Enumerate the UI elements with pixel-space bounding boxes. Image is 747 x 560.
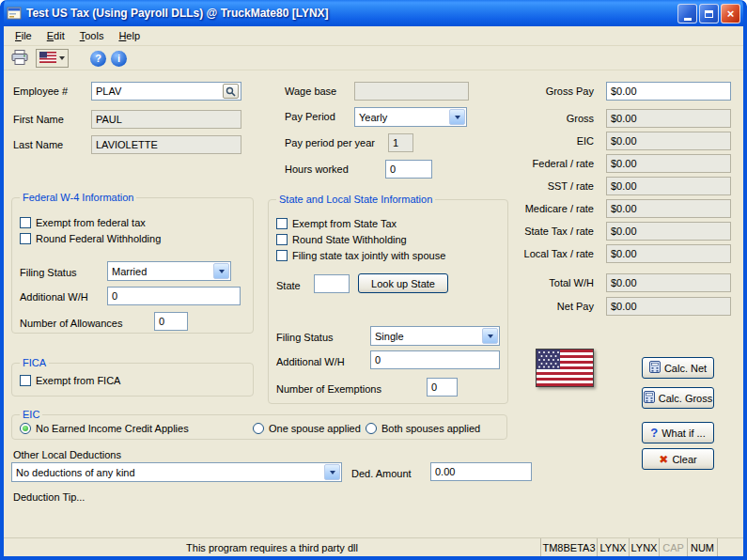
deductions-select[interactable]: No deductions of any kind (11, 462, 342, 482)
app-icon (7, 6, 22, 21)
employee-label: Employee # (13, 85, 68, 98)
eic-none-label: No Earned Income Credit Applies (36, 423, 189, 434)
caption-buttons: × (677, 4, 740, 23)
deductions-title: Other Local Deductions (13, 448, 121, 461)
state-tax-rate-label: State Tax / rate (489, 225, 594, 238)
clear-button[interactable]: ✖ Clear (642, 448, 714, 470)
toolbar: ? i (4, 47, 743, 70)
radio-icon (366, 423, 377, 434)
sst-rate-value: $0.00 (611, 180, 726, 192)
calc-net-label: Calc. Net (664, 363, 707, 374)
federal-additional-wh-label: Additional W/H (20, 290, 88, 303)
close-button[interactable]: × (721, 4, 740, 23)
eic-both-spouses-radio[interactable]: Both spouses applied (366, 422, 480, 435)
total-wh-label: Total W/H (489, 276, 594, 289)
what-if-button[interactable]: ? What if ... (642, 422, 714, 443)
local-tax-rate-field: $0.00 (606, 244, 731, 263)
window-title: Test US Tax (Using Payroll DLLs) @ Truck… (26, 7, 329, 20)
round-state-withholding-label: Round State Withholding (292, 234, 407, 245)
pay-period-per-year-field: 1 (388, 133, 413, 152)
round-federal-withholding-checkbox[interactable]: Round Federal Withholding (20, 232, 161, 245)
employee-input[interactable]: PLAV (91, 82, 241, 101)
flag-dropdown[interactable] (36, 49, 69, 68)
federal-rate-label: Federal / rate (489, 157, 594, 170)
chevron-down-icon[interactable] (482, 328, 498, 344)
chevron-down-icon[interactable] (449, 109, 465, 125)
status-build: TM8BETA3 (540, 538, 597, 556)
employee-lookup-button[interactable] (223, 84, 239, 99)
us-flag-image (536, 349, 594, 387)
titlebar[interactable]: Test US Tax (Using Payroll DLLs) @ Truck… (0, 0, 747, 26)
exempt-state-tax-checkbox[interactable]: Exempt from State Tax (276, 217, 397, 230)
federal-filing-status-value: Married (108, 266, 212, 277)
federal-filing-status-select[interactable]: Married (107, 261, 231, 281)
ded-amount-value: 0.00 (435, 466, 527, 477)
total-wh-value: $0.00 (611, 277, 726, 288)
clear-label: Clear (672, 454, 696, 465)
exemptions-input[interactable]: 0 (427, 378, 458, 397)
sst-rate-field: $0.00 (606, 177, 731, 195)
exempt-federal-tax-checkbox[interactable]: Exempt from federal tax (20, 216, 146, 229)
net-pay-value: $0.00 (611, 301, 726, 312)
lookup-state-label: Look up State (371, 278, 435, 289)
pay-period-value: Yearly (355, 112, 448, 123)
federal-additional-wh-input[interactable]: 0 (107, 287, 241, 305)
what-if-label: What if ... (661, 428, 705, 439)
print-button[interactable] (8, 49, 31, 69)
checkbox-icon (20, 217, 31, 228)
last-name-value: LAVIOLETTE (96, 139, 237, 150)
pay-period-select[interactable]: Yearly (354, 107, 467, 127)
net-pay-label: Net Pay (489, 300, 594, 313)
deduction-tip-label: Deduction Tip... (13, 490, 85, 504)
allowances-label: Number of Allowances (20, 317, 122, 330)
eic-result-label: EIC (489, 134, 594, 148)
printer-icon (11, 50, 28, 67)
status-db: LYNX (597, 538, 629, 556)
chevron-down-icon[interactable] (324, 464, 340, 480)
eic-one-spouse-label: One spouse applied (269, 423, 361, 434)
status-message: This program requires a third party dll (4, 542, 540, 553)
state-filing-status-label: Filing Status (276, 331, 334, 344)
lookup-state-button[interactable]: Look up State (358, 273, 448, 293)
calc-gross-button[interactable]: Calc. Gross (642, 387, 714, 409)
calculator-icon (649, 361, 661, 375)
checkbox-icon (276, 234, 288, 245)
eic-one-spouse-radio[interactable]: One spouse applied (253, 422, 361, 435)
eic-none-radio[interactable]: No Earned Income Credit Applies (20, 422, 189, 435)
ded-amount-input[interactable]: 0.00 (430, 462, 532, 481)
filing-jointly-checkbox[interactable]: Filing state tax jointly with spouse (276, 249, 445, 262)
gross-value: $0.00 (611, 113, 726, 124)
maximize-icon (705, 10, 713, 18)
eic-group-title: EIC (20, 408, 42, 421)
state-additional-wh-value: 0 (375, 354, 495, 366)
menu-file[interactable]: File (8, 28, 39, 44)
us-flag-icon (39, 52, 56, 65)
menu-help[interactable]: Help (111, 28, 148, 44)
maximize-button[interactable] (699, 4, 719, 23)
deductions-value: No deductions of any kind (12, 467, 323, 478)
help-button[interactable]: ? (90, 51, 106, 67)
state-filing-status-value: Single (371, 331, 481, 342)
app-window: Test US Tax (Using Payroll DLLs) @ Truck… (0, 0, 747, 560)
status-user: LYNX (629, 538, 659, 556)
wage-base-label: Wage base (285, 85, 336, 98)
allowances-input[interactable]: 0 (154, 312, 188, 331)
exempt-fica-checkbox[interactable]: Exempt from FICA (20, 374, 120, 387)
menu-tools[interactable]: Tools (72, 28, 112, 44)
state-additional-wh-input[interactable]: 0 (370, 350, 500, 369)
info-button[interactable]: i (111, 51, 127, 67)
hours-worked-label: Hours worked (285, 163, 349, 176)
last-name-field: LAVIOLETTE (91, 135, 241, 154)
calc-net-button[interactable]: Calc. Net (642, 357, 714, 379)
state-info-group-title: State and Local State Information (276, 193, 435, 206)
federal-additional-wh-value: 0 (112, 290, 236, 302)
chevron-down-icon[interactable] (213, 263, 229, 279)
state-input[interactable] (314, 274, 350, 293)
state-tax-rate-value: $0.00 (611, 226, 726, 237)
round-state-withholding-checkbox[interactable]: Round State Withholding (276, 233, 407, 246)
gross-pay-input[interactable]: $0.00 (606, 82, 731, 101)
minimize-button[interactable] (677, 4, 697, 23)
state-filing-status-select[interactable]: Single (370, 326, 500, 346)
hours-worked-input[interactable]: 0 (385, 160, 432, 179)
menu-edit[interactable]: Edit (39, 28, 72, 44)
